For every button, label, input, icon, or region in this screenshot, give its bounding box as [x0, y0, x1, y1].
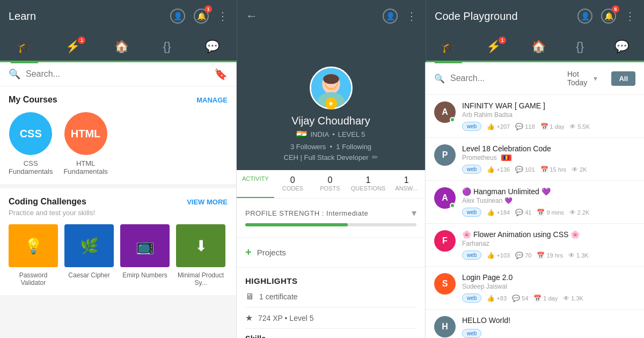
tab-learn-code[interactable]: {}	[157, 35, 178, 58]
filter-chevron-icon: ▾	[594, 74, 597, 83]
left-panel: 🔍 🔖 My Courses MANAGE CSS CSSFundamental…	[0, 62, 237, 338]
bell-icon-playground[interactable]: 🔔 6	[601, 9, 616, 24]
challenge-blue-tile: 🌿	[64, 224, 114, 267]
post-tag: web	[462, 251, 481, 260]
strength-header: PROFILE STRENGTH : Intermediate ▾	[245, 207, 416, 219]
posts-list: A INFINITY WAR [ GAME ] Arb Rahim Badsa …	[426, 95, 644, 338]
tab-play-courses[interactable]: 🎓	[435, 35, 462, 58]
bell-icon-learn[interactable]: 🔔 1	[194, 9, 209, 24]
filter-all-button[interactable]: All	[611, 71, 635, 86]
tab-play-chat[interactable]: 💬	[608, 35, 635, 58]
avatar-star: ★	[325, 98, 337, 109]
post-tag: web	[462, 329, 481, 338]
edit-icon[interactable]: ✏	[372, 153, 378, 161]
like-icon: 👍	[487, 252, 495, 259]
bookmark-icon[interactable]: 🔖	[214, 68, 228, 80]
right-panel: 🔍 Hot Today ▾ All A INFINITY WAR [ GAME …	[426, 62, 644, 338]
post-likes: 👍+184	[487, 209, 510, 216]
more-icon-learn[interactable]: ⋮	[217, 10, 228, 23]
courses-row: CSS CSSFundamentals HTML HTMLFundamental…	[9, 112, 228, 175]
certificate-label: 1 certificate	[259, 292, 298, 301]
post-item[interactable]: S Login Page 2.0 Sudeep Jaiswal web 👍+83…	[426, 267, 644, 310]
course-css[interactable]: CSS CSSFundamentals	[9, 112, 53, 175]
followers-count: 3 Followers	[290, 143, 326, 151]
profile-topbar: ← 👤 ⋮	[237, 0, 426, 32]
learn-topbar-icons: 👤 🔔 1 ⋮	[170, 9, 228, 24]
challenge-purple-tile: 📺	[120, 224, 170, 267]
level-label: LEVEL 5	[338, 130, 365, 138]
course-html[interactable]: HTML HTMLFundamentals	[63, 112, 107, 175]
eye-icon: 👁	[563, 295, 569, 302]
post-item[interactable]: H HELLO World! web	[426, 310, 644, 338]
my-courses-section: My Courses MANAGE CSS CSSFundamentals HT…	[0, 86, 236, 184]
tab-activity[interactable]: ACTIVITY	[237, 170, 274, 198]
add-project-label: Projects	[257, 248, 286, 257]
xp-divider	[245, 328, 416, 329]
strength-bar	[245, 223, 416, 226]
tab-learn-chat[interactable]: 💬	[199, 35, 226, 58]
tab-learn-flash[interactable]: ⚡ 1	[59, 35, 86, 58]
search-input[interactable]	[26, 69, 209, 79]
post-avatar: A	[434, 101, 456, 123]
person-icon-learn[interactable]: 👤	[170, 9, 185, 24]
person-icon-profile[interactable]: 👤	[383, 9, 398, 24]
manage-button[interactable]: MANAGE	[196, 96, 228, 104]
tab-play-home[interactable]: 🏠	[525, 35, 552, 58]
challenge-emirp-label: Emirp Numbers	[122, 271, 167, 279]
post-views: 👁2.2K	[569, 209, 590, 216]
post-meta: web 👍+184 💬41 📅9 mins 👁2.2K	[462, 208, 635, 217]
post-author: Farhanaz	[462, 240, 635, 247]
country-label: INDIA	[310, 130, 329, 138]
answers-count: 1	[390, 175, 423, 185]
calendar-icon: 📅	[533, 295, 541, 302]
post-views: 👁1.3K	[568, 252, 589, 259]
strength-chevron-icon[interactable]: ▾	[412, 207, 416, 219]
post-content: INFINITY WAR [ GAME ] Arb Rahim Badsa we…	[462, 101, 635, 131]
challenge-password[interactable]: 💡 Password Validator	[9, 224, 58, 286]
post-item[interactable]: P Level 18 Celebration Code Prometheus 🇷…	[426, 138, 644, 181]
tab-answers[interactable]: 1 ANSW...	[387, 170, 425, 198]
like-icon: 👍	[487, 295, 495, 302]
comment-icon: 💬	[515, 209, 523, 216]
profile-nav-spacer	[237, 32, 426, 62]
tab-learn-home[interactable]: 🏠	[108, 35, 135, 58]
dot-separator: •	[332, 130, 335, 138]
svg-point-5	[323, 74, 339, 84]
tab-posts[interactable]: 0 POSTS	[311, 170, 349, 198]
challenge-emirp[interactable]: 📺 Emirp Numbers	[120, 224, 170, 286]
strength-section: PROFILE STRENGTH : Intermediate ▾	[237, 199, 425, 238]
tab-codes[interactable]: 0 CODES	[274, 170, 312, 198]
challenge-minimal-label: Minimal Product Sy...	[177, 271, 225, 286]
post-content: 🟣 Hangman Unlimited 💜 Alex Tusinean 💜 we…	[462, 187, 635, 217]
add-icon: +	[245, 246, 252, 259]
avatar-wrap: ★	[310, 67, 353, 109]
tab-play-code[interactable]: {}	[569, 35, 590, 58]
course-css-label: CSSFundamentals	[9, 159, 53, 175]
challenge-caesar[interactable]: 🌿 Caesar Cipher	[64, 224, 114, 286]
playground-search-input[interactable]	[450, 74, 558, 83]
post-item[interactable]: A 🟣 Hangman Unlimited 💜 Alex Tusinean 💜 …	[426, 181, 644, 224]
post-title: Login Page 2.0	[462, 273, 635, 282]
add-project-section[interactable]: + Projects	[237, 238, 425, 268]
main-content: 🔍 🔖 My Courses MANAGE CSS CSSFundamental…	[0, 62, 644, 338]
tab-play-flash[interactable]: ⚡ 1	[480, 35, 507, 58]
more-icon-profile[interactable]: ⋮	[406, 10, 417, 23]
tab-questions[interactable]: 1 QUESTIONS	[349, 170, 388, 198]
tab-learn-courses[interactable]: 🎓	[11, 35, 38, 58]
more-icon-playground[interactable]: ⋮	[625, 10, 635, 23]
post-item[interactable]: A INFINITY WAR [ GAME ] Arb Rahim Badsa …	[426, 95, 644, 138]
challenge-minimal[interactable]: ⬇ Minimal Product Sy...	[176, 224, 225, 286]
person-icon-playground[interactable]: 👤	[577, 9, 592, 24]
view-more-button[interactable]: VIEW MORE	[187, 198, 228, 206]
highlights-section: HIGHLIGHTS 🖥 1 certificate ★ 724 XP • Le…	[237, 268, 425, 338]
back-arrow[interactable]: ←	[246, 9, 258, 23]
post-item[interactable]: F 🌸 Flower Animation using CSS 🌸 Farhana…	[426, 224, 644, 267]
post-author: Arb Rahim Badsa	[462, 111, 635, 119]
challenges-subtitle: Practice and test your skills!	[9, 209, 228, 217]
post-tag: web	[462, 293, 481, 303]
post-title: Level 18 Celebration Code	[462, 144, 635, 153]
certificate-item: 🖥 1 certificate	[245, 292, 416, 302]
learn-topbar: Learn 👤 🔔 1 ⋮	[0, 0, 237, 32]
post-time: 📅1 day	[533, 295, 558, 302]
filter-dropdown[interactable]: Hot Today ▾	[563, 68, 602, 89]
